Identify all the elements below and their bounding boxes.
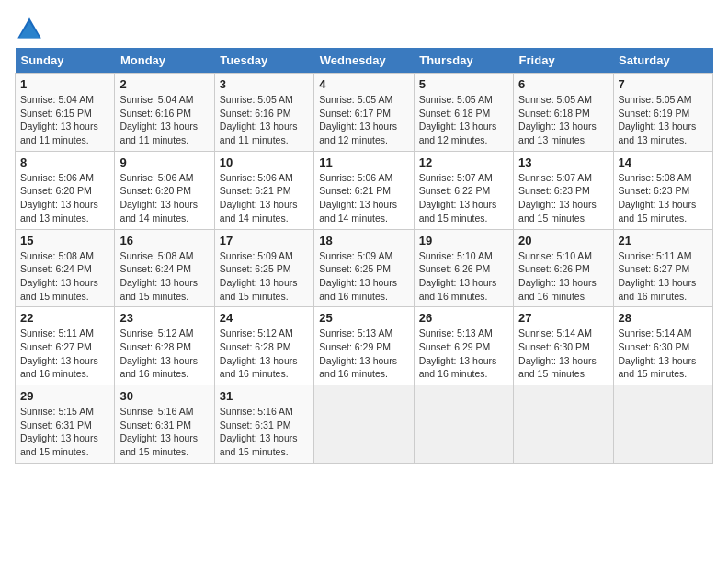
calendar-cell: 5Sunrise: 5:05 AMSunset: 6:18 PMDaylight… [414,74,513,152]
day-info: Sunrise: 5:08 AMSunset: 6:24 PMDaylight:… [20,249,109,304]
day-info: Sunrise: 5:04 AMSunset: 6:15 PMDaylight:… [20,93,109,147]
calendar-cell: 10Sunrise: 5:06 AMSunset: 6:21 PMDayligh… [214,151,313,229]
calendar-cell: 29Sunrise: 5:15 AMSunset: 6:31 PMDayligh… [16,385,115,464]
day-info: Sunrise: 5:16 AMSunset: 6:31 PMDaylight:… [220,405,309,459]
calendar-cell: 30Sunrise: 5:16 AMSunset: 6:31 PMDayligh… [115,385,214,464]
calendar-table: SundayMondayTuesdayWednesdayThursdayFrid… [15,48,713,464]
day-number: 7 [619,77,708,91]
day-info: Sunrise: 5:09 AMSunset: 6:25 PMDaylight:… [319,249,408,304]
calendar-cell [514,385,613,464]
calendar-cell: 8Sunrise: 5:06 AMSunset: 6:20 PMDaylight… [16,151,115,229]
calendar-cell: 6Sunrise: 5:05 AMSunset: 6:18 PMDaylight… [514,74,613,152]
weekday-header-wednesday: Wednesday [314,48,414,74]
calendar-cell: 17Sunrise: 5:09 AMSunset: 6:25 PMDayligh… [214,229,313,307]
day-number: 19 [419,234,508,247]
logo-icon [15,15,44,44]
calendar-week-row: 15Sunrise: 5:08 AMSunset: 6:24 PMDayligh… [16,229,713,307]
day-info: Sunrise: 5:07 AMSunset: 6:22 PMDaylight:… [419,171,508,225]
calendar-cell: 12Sunrise: 5:07 AMSunset: 6:22 PMDayligh… [414,151,513,229]
calendar-cell: 7Sunrise: 5:05 AMSunset: 6:19 PMDaylight… [613,74,712,152]
calendar-cell: 20Sunrise: 5:10 AMSunset: 6:26 PMDayligh… [514,229,613,307]
weekday-header-sunday: Sunday [16,48,115,74]
calendar-cell [414,385,513,464]
day-number: 29 [20,389,109,403]
calendar-cell: 23Sunrise: 5:12 AMSunset: 6:28 PMDayligh… [115,307,214,385]
day-info: Sunrise: 5:08 AMSunset: 6:23 PMDaylight:… [619,171,708,225]
day-number: 30 [119,389,209,403]
day-info: Sunrise: 5:12 AMSunset: 6:28 PMDaylight:… [220,327,309,381]
day-info: Sunrise: 5:10 AMSunset: 6:26 PMDaylight:… [518,249,608,304]
day-number: 25 [319,311,408,325]
calendar-cell: 19Sunrise: 5:10 AMSunset: 6:26 PMDayligh… [414,229,513,307]
day-number: 16 [119,234,209,247]
day-info: Sunrise: 5:13 AMSunset: 6:29 PMDaylight:… [419,327,508,381]
day-number: 2 [119,77,209,91]
calendar-cell: 3Sunrise: 5:05 AMSunset: 6:16 PMDaylight… [214,74,313,152]
day-number: 9 [119,155,209,169]
day-number: 15 [20,234,109,247]
page-header [15,15,713,44]
calendar-cell: 28Sunrise: 5:14 AMSunset: 6:30 PMDayligh… [613,307,712,385]
calendar-cell: 2Sunrise: 5:04 AMSunset: 6:16 PMDaylight… [115,74,214,152]
day-number: 23 [119,311,209,325]
calendar-cell [314,385,414,464]
day-number: 26 [419,311,508,325]
day-number: 11 [319,155,408,169]
day-info: Sunrise: 5:05 AMSunset: 6:18 PMDaylight:… [518,93,608,147]
day-number: 12 [419,155,508,169]
calendar-cell: 31Sunrise: 5:16 AMSunset: 6:31 PMDayligh… [214,385,313,464]
calendar-cell: 18Sunrise: 5:09 AMSunset: 6:25 PMDayligh… [314,229,414,307]
day-info: Sunrise: 5:14 AMSunset: 6:30 PMDaylight:… [518,327,608,381]
day-number: 13 [518,155,608,169]
day-info: Sunrise: 5:06 AMSunset: 6:20 PMDaylight:… [20,171,109,225]
day-info: Sunrise: 5:13 AMSunset: 6:29 PMDaylight:… [319,327,408,381]
day-info: Sunrise: 5:05 AMSunset: 6:17 PMDaylight:… [319,93,408,147]
day-number: 14 [619,155,708,169]
calendar-cell: 1Sunrise: 5:04 AMSunset: 6:15 PMDaylight… [16,74,115,152]
day-number: 10 [220,155,309,169]
calendar-cell: 26Sunrise: 5:13 AMSunset: 6:29 PMDayligh… [414,307,513,385]
calendar-cell: 14Sunrise: 5:08 AMSunset: 6:23 PMDayligh… [613,151,712,229]
weekday-header-friday: Friday [514,48,613,74]
day-info: Sunrise: 5:07 AMSunset: 6:23 PMDaylight:… [518,171,608,225]
day-info: Sunrise: 5:15 AMSunset: 6:31 PMDaylight:… [20,405,109,459]
calendar-cell [613,385,712,464]
weekday-header-tuesday: Tuesday [214,48,313,74]
day-info: Sunrise: 5:11 AMSunset: 6:27 PMDaylight:… [20,327,109,381]
day-info: Sunrise: 5:06 AMSunset: 6:21 PMDaylight:… [319,171,408,225]
day-info: Sunrise: 5:10 AMSunset: 6:26 PMDaylight:… [419,249,508,304]
calendar-cell: 24Sunrise: 5:12 AMSunset: 6:28 PMDayligh… [214,307,313,385]
calendar-week-row: 8Sunrise: 5:06 AMSunset: 6:20 PMDaylight… [16,151,713,229]
calendar-cell: 22Sunrise: 5:11 AMSunset: 6:27 PMDayligh… [16,307,115,385]
day-number: 20 [518,234,608,247]
calendar-cell: 15Sunrise: 5:08 AMSunset: 6:24 PMDayligh… [16,229,115,307]
day-number: 5 [419,77,508,91]
calendar-cell: 9Sunrise: 5:06 AMSunset: 6:20 PMDaylight… [115,151,214,229]
day-info: Sunrise: 5:12 AMSunset: 6:28 PMDaylight:… [119,327,209,381]
day-info: Sunrise: 5:04 AMSunset: 6:16 PMDaylight:… [119,93,209,147]
svg-marker-1 [19,22,40,39]
day-info: Sunrise: 5:09 AMSunset: 6:25 PMDaylight:… [220,249,309,304]
weekday-header-thursday: Thursday [414,48,513,74]
day-info: Sunrise: 5:06 AMSunset: 6:20 PMDaylight:… [119,171,209,225]
calendar-cell: 11Sunrise: 5:06 AMSunset: 6:21 PMDayligh… [314,151,414,229]
day-info: Sunrise: 5:05 AMSunset: 6:16 PMDaylight:… [220,93,309,147]
day-info: Sunrise: 5:16 AMSunset: 6:31 PMDaylight:… [119,405,209,459]
day-info: Sunrise: 5:05 AMSunset: 6:18 PMDaylight:… [419,93,508,147]
calendar-cell: 13Sunrise: 5:07 AMSunset: 6:23 PMDayligh… [514,151,613,229]
day-number: 4 [319,77,408,91]
calendar-week-row: 1Sunrise: 5:04 AMSunset: 6:15 PMDaylight… [16,74,713,152]
day-info: Sunrise: 5:14 AMSunset: 6:30 PMDaylight:… [619,327,708,381]
day-number: 8 [20,155,109,169]
day-number: 22 [20,311,109,325]
day-number: 3 [220,77,309,91]
logo [15,15,48,44]
day-number: 6 [518,77,608,91]
day-number: 18 [319,234,408,247]
day-number: 27 [518,311,608,325]
calendar-week-row: 22Sunrise: 5:11 AMSunset: 6:27 PMDayligh… [16,307,713,385]
calendar-header-row: SundayMondayTuesdayWednesdayThursdayFrid… [16,48,713,74]
calendar-cell: 21Sunrise: 5:11 AMSunset: 6:27 PMDayligh… [613,229,712,307]
day-number: 21 [619,234,708,247]
day-number: 17 [220,234,309,247]
